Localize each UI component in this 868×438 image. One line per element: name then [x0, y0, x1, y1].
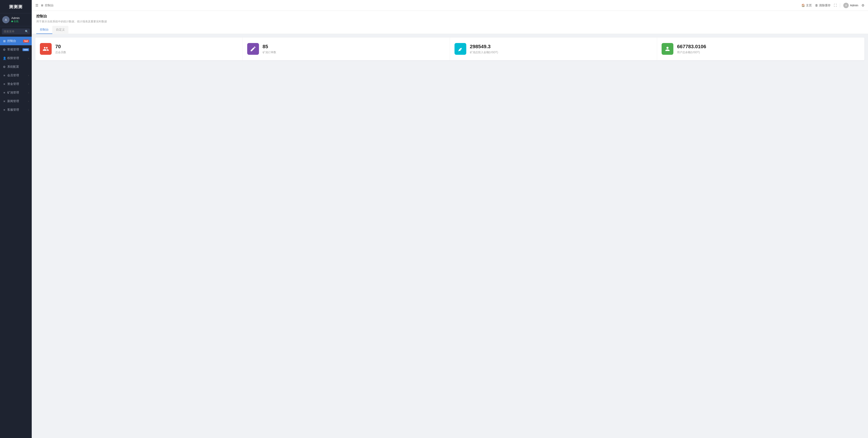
chevron-icon: ‹ [28, 74, 29, 77]
stat-card-mining-orders: 85 矿池订单数 [243, 38, 450, 60]
content-area: 控制台 用于展示当前系统中的统计数据、统计报表及重要实时数据 控制台 自定义 7… [32, 11, 868, 438]
new-badge: new [23, 48, 29, 51]
system-icon: ⚙ [3, 65, 6, 69]
clear-cache-nav-item[interactable]: 🗑 清除缓存 [815, 3, 831, 7]
topbar-avatar: A [843, 3, 849, 8]
sidebar-user: A Admin 在线 [0, 13, 32, 26]
stat-label-mining-input: 矿池总投入金额(USDT) [470, 50, 498, 54]
assets-icon: ≡ [3, 82, 6, 86]
main-area: ☰ 🖥 控制台 🏠 主页 🗑 清除缓存 ⛶ A Admin ⚙ [32, 0, 868, 438]
sidebar-item-assets[interactable]: ≡ 资金管理 ‹ [0, 80, 32, 88]
status-dot [11, 21, 13, 22]
user-status: 在线 [11, 20, 20, 23]
topbar: ☰ 🖥 控制台 🏠 主页 🗑 清除缓存 ⛶ A Admin ⚙ [32, 0, 868, 11]
hot-badge: hot [23, 40, 29, 42]
sidebar-item-system[interactable]: ⚙ 系统配置 [0, 63, 32, 71]
clear-cache-label: 清除缓存 [819, 3, 831, 7]
sidebar-item-label: 资金管理 [7, 82, 27, 86]
sidebar-item-dashboard[interactable]: ⊞ 控制台 hot [0, 37, 32, 45]
trash-icon: 🗑 [815, 4, 818, 7]
breadcrumb: 🖥 控制台 [40, 3, 54, 7]
home-icon: 🏠 [801, 4, 805, 7]
topbar-settings-icon[interactable]: ⚙ [862, 3, 864, 7]
sidebar-item-general[interactable]: ⚙ 常规管理 new [0, 45, 32, 54]
general-icon: ⚙ [3, 48, 6, 52]
customer-icon: ≡ [3, 108, 6, 111]
sidebar-item-label: 控制台 [7, 39, 22, 43]
sidebar-item-label: 矿池管理 [7, 91, 27, 95]
stat-icon-orders [247, 43, 259, 55]
sidebar-item-label: 权限管理 [7, 56, 27, 60]
stat-info-members: 70 总会员数 [55, 43, 66, 55]
brand-logo: 测测测 [0, 0, 32, 13]
sidebar-item-label: 常规管理 [7, 47, 21, 52]
home-nav-item[interactable]: 🏠 主页 [801, 3, 812, 7]
topbar-right: 🏠 主页 🗑 清除缓存 ⛶ A Admin ⚙ [801, 3, 864, 8]
sidebar-item-members[interactable]: ≡ 会员管理 ‹ [0, 71, 32, 80]
menu-toggle-icon[interactable]: ☰ [35, 3, 38, 7]
search-box[interactable]: 🔍 [2, 29, 30, 34]
sidebar-item-roles[interactable]: 👤 权限管理 ‹ [0, 54, 32, 63]
page-header: 控制台 用于展示当前系统中的统计数据、统计报表及重要实时数据 控制台 自定义 [32, 11, 868, 34]
sidebar-item-mining[interactable]: ≡ 矿池管理 ‹ [0, 88, 32, 97]
search-icon: 🔍 [25, 30, 28, 33]
sidebar: 测测测 A Admin 在线 🔍 ⊞ 控制台 hot ⚙ 常规管理 new 👤 … [0, 0, 32, 438]
page-description: 用于展示当前系统中的统计数据、统计报表及重要实时数据 [36, 20, 864, 24]
news-icon: ≡ [3, 100, 6, 103]
members-icon: ≡ [3, 74, 6, 77]
avatar: A [2, 16, 9, 23]
stat-icon-mining [455, 43, 466, 55]
stat-card-total-members: 70 总会员数 [35, 38, 243, 60]
tab-custom[interactable]: 自定义 [52, 26, 68, 34]
fullscreen-button[interactable]: ⛶ [834, 4, 837, 7]
sidebar-item-label: 系统配置 [7, 65, 29, 69]
sidebar-item-label: 会员管理 [7, 73, 27, 77]
fullscreen-icon: ⛶ [834, 4, 837, 7]
stat-value-orders: 85 [262, 43, 276, 50]
home-label: 主页 [806, 3, 812, 7]
mining-icon: ≡ [3, 91, 6, 94]
topbar-user-label: Admin [850, 4, 858, 7]
sidebar-item-label: 客服管理 [7, 108, 27, 112]
stat-label-members: 总会员数 [55, 50, 66, 54]
chevron-icon: ‹ [28, 100, 29, 103]
chevron-icon: ‹ [28, 83, 29, 85]
stat-value-user-balance: 667783.0106 [677, 43, 706, 50]
breadcrumb-text: 控制台 [45, 3, 54, 7]
dashboard-icon: ⊞ [3, 39, 6, 43]
sidebar-menu: ⊞ 控制台 hot ⚙ 常规管理 new 👤 权限管理 ‹ ⚙ 系统配置 ≡ 会… [0, 37, 32, 438]
sidebar-item-label: 新闻管理 [7, 99, 27, 103]
stat-card-mining-input: 298549.3 矿池总投入金额(USDT) [450, 38, 657, 60]
topbar-user[interactable]: A Admin [843, 3, 858, 8]
page-title: 控制台 [36, 14, 864, 19]
stat-info-orders: 85 矿池订单数 [262, 43, 276, 55]
page-tabs: 控制台 自定义 [36, 26, 864, 34]
breadcrumb-icon: 🖥 [40, 4, 43, 7]
stat-value-mining-input: 298549.3 [470, 43, 498, 50]
topbar-left: ☰ 🖥 控制台 [35, 3, 799, 7]
chevron-icon: ‹ [28, 92, 29, 94]
stat-icon-members [40, 43, 52, 55]
stat-info-user-balance: 667783.0106 用户总余额(USDT) [677, 43, 706, 55]
chevron-icon: ‹ [28, 57, 29, 60]
stat-card-user-balance: 667783.0106 用户总余额(USDT) [657, 38, 864, 60]
stat-info-mining-input: 298549.3 矿池总投入金额(USDT) [470, 43, 498, 55]
chevron-icon: ‹ [28, 109, 29, 111]
stat-label-orders: 矿池订单数 [262, 50, 276, 54]
sidebar-item-customer[interactable]: ≡ 客服管理 ‹ [0, 105, 32, 114]
sidebar-item-news[interactable]: ≡ 新闻管理 ‹ [0, 97, 32, 105]
tab-dashboard[interactable]: 控制台 [36, 26, 52, 34]
user-name: Admin [11, 16, 20, 20]
stats-grid: 70 总会员数 85 矿池订单数 [35, 38, 864, 60]
stat-label-user-balance: 用户总余额(USDT) [677, 50, 706, 54]
stat-value-members: 70 [55, 43, 66, 50]
user-info: Admin 在线 [11, 16, 20, 23]
stat-icon-balance [661, 43, 673, 55]
roles-icon: 👤 [3, 57, 6, 60]
